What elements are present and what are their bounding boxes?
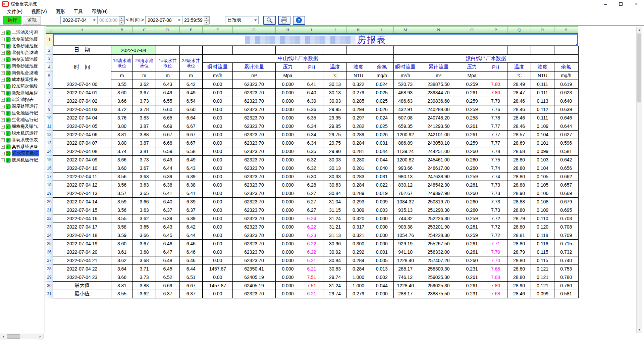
value-cell[interactable]: 7.80 [484,80,507,88]
value-cell[interactable]: 0.581 [554,147,578,155]
value-cell[interactable]: 0.293 [347,197,370,206]
value-cell[interactable]: 239836.60 [417,97,460,105]
value-cell[interactable]: 6.38 [156,181,180,189]
time-label[interactable]: 时 间 [53,54,111,80]
value-cell[interactable]: 31.13 [323,231,347,239]
value-cell[interactable]: 3.59 [111,231,133,239]
value-cell[interactable]: 28.88 [507,197,531,206]
value-cell[interactable]: 62323.70 [233,172,276,181]
value-cell[interactable]: 0.656 [554,164,578,172]
menu-item[interactable]: 图形 [51,8,69,15]
value-cell[interactable]: 0.284 [347,139,370,147]
value-cell[interactable]: 238875.50 [417,80,460,88]
measure-header[interactable]: 累计流量 [233,62,276,71]
time-cell[interactable]: 2022-07-04 09 [53,155,111,164]
empty-cell[interactable] [233,46,276,54]
value-cell[interactable]: 0.260 [460,155,484,164]
value-cell[interactable]: 6.46 [180,248,203,256]
value-cell[interactable]: 62323.70 [233,206,276,214]
row-number[interactable]: 5 [46,71,53,80]
value-cell[interactable]: 0.322 [347,80,370,88]
time-cell[interactable]: 2022-07-04 21 [53,256,111,264]
value-cell[interactable]: 31.04 [323,197,347,206]
sidebar-scrollbar[interactable]: ◄ ► [0,334,44,339]
value-cell[interactable]: 3.78 [133,105,156,113]
unit-cell[interactable]: m³ [233,71,276,80]
value-cell[interactable]: 0.581 [554,290,578,298]
value-cell[interactable]: 6.68 [156,139,180,147]
value-cell[interactable]: 6.41 [156,189,180,197]
expand-plus-icon[interactable]: + [1,38,5,41]
scroll-right-icon[interactable]: ► [38,334,43,340]
value-cell[interactable]: 7.70 [484,248,507,256]
value-cell[interactable]: 62323.70 [233,105,276,113]
value-cell[interactable]: 3.81 [133,147,156,155]
scroll-left-icon[interactable]: ◄ [0,334,6,340]
column-header-N[interactable]: N [417,27,460,34]
sidebar-item[interactable]: +F臭氧系统仪表 [0,137,44,143]
value-cell[interactable]: 0.00 [203,223,233,231]
level-header[interactable]: 1#清水池液位 [111,54,133,71]
value-cell[interactable]: 0.00 [203,248,233,256]
value-cell[interactable]: 6.21 [300,256,323,264]
value-cell[interactable]: 3.66 [133,231,156,239]
sidebar-item[interactable]: +F鼓风机运行记 [0,157,44,163]
expand-plus-icon[interactable]: + [1,138,5,142]
expand-plus-icon[interactable]: + [1,91,5,95]
value-cell[interactable]: 0.669 [554,189,578,197]
value-cell[interactable]: 0.000 [276,256,300,264]
value-cell[interactable]: 0.104 [531,130,554,139]
time-cell[interactable]: 2022-07-04 12 [53,181,111,189]
value-cell[interactable]: 0.695 [554,206,578,214]
menu-item[interactable]: 视图(V) [27,8,51,15]
value-cell[interactable]: 6.22 [300,239,323,248]
value-cell[interactable]: 3.81 [111,130,133,139]
empty-cell[interactable] [276,46,300,54]
sidebar-item[interactable]: +F南侧砂滤池报 [0,63,44,69]
value-cell[interactable]: 0.261 [460,181,484,189]
value-cell[interactable]: 0.121 [531,273,554,281]
value-cell[interactable]: 3.88 [133,130,156,139]
value-cell[interactable]: 30.03 [323,155,347,164]
measure-header[interactable]: 余氯 [554,62,578,71]
value-cell[interactable]: 0.101 [531,139,554,147]
value-cell[interactable]: 3.66 [133,197,156,206]
value-cell[interactable]: 6.27 [300,197,323,206]
value-cell[interactable]: 0.780 [554,281,578,290]
empty-cell[interactable] [531,46,554,54]
value-cell[interactable]: 3.55 [111,214,133,223]
value-cell[interactable]: 30.83 [323,264,347,273]
value-cell[interactable]: 0.260 [460,197,484,206]
value-cell[interactable]: 7.72 [484,214,507,223]
row-number[interactable]: 6 [46,80,53,88]
value-cell[interactable]: 6.39 [156,172,180,181]
value-cell[interactable]: 28.80 [507,206,531,214]
value-cell[interactable]: 830.12 [394,181,417,189]
sidebar-item[interactable]: +F脱水机房运行 [0,130,44,137]
empty-cell[interactable] [203,46,233,54]
value-cell[interactable]: 6.52 [156,273,180,281]
value-cell[interactable]: 0.00 [203,172,233,181]
measure-header[interactable]: 温度 [507,62,531,71]
print-button[interactable] [278,16,290,25]
value-cell[interactable]: 28.80 [507,264,531,273]
value-cell[interactable]: 0.260 [460,256,484,264]
value-cell[interactable]: 744.32 [394,214,417,223]
row-number[interactable]: 19 [46,189,53,197]
value-cell[interactable]: 3.80 [111,122,133,130]
value-cell[interactable]: 62323.70 [233,88,276,97]
value-cell[interactable]: 3.67 [133,239,156,248]
value-cell[interactable]: 28.47 [507,88,531,97]
value-cell[interactable]: 29.85 [323,122,347,130]
value-cell[interactable]: 256332.00 [417,248,460,256]
unit-cell[interactable]: m³/h [203,71,233,80]
unit-cell[interactable]: m [156,71,180,80]
value-cell[interactable]: 62323.70 [233,239,276,248]
value-cell[interactable]: 0.110 [531,214,554,223]
value-cell[interactable]: 746.12 [394,273,417,281]
value-cell[interactable]: 0.321 [347,231,370,239]
value-cell[interactable]: 0.679 [554,197,578,206]
row-number[interactable]: 8 [46,97,53,105]
value-cell[interactable]: 6.41 [300,80,323,88]
vertical-scroll-thumb[interactable] [637,34,641,102]
